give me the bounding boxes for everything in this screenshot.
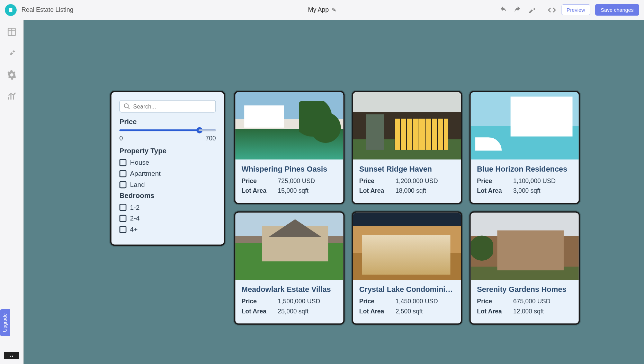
brush-icon[interactable] — [6, 48, 17, 59]
listing-title: Serenity Gardens Homes — [477, 285, 572, 294]
listing-card[interactable]: Whispering Pines OasisPrice725,000 USDLo… — [234, 91, 345, 204]
price-heading: Price — [119, 118, 216, 126]
lot-value: 2,500 sqft — [395, 307, 423, 314]
divider — [542, 6, 542, 15]
left-rail: Upgrade ▸◂ — [0, 20, 24, 364]
listing-title: Blue Horizon Residences — [477, 165, 572, 174]
listings-grid: Whispering Pines OasisPrice725,000 USDLo… — [234, 91, 580, 325]
price-value: 1,450,000 USD — [395, 298, 438, 305]
app-name: My App — [308, 6, 329, 14]
checkbox-icon — [119, 215, 126, 222]
app-name-wrap: My App ✎ — [308, 6, 336, 14]
listing-title: Sunset Ridge Haven — [359, 165, 455, 174]
code-icon[interactable] — [547, 5, 557, 15]
price-label: Price — [359, 177, 396, 184]
svg-rect-0 — [9, 8, 12, 12]
bedrooms-label: 4+ — [130, 226, 138, 233]
listing-body: Serenity Gardens HomesPrice675,000 USDLo… — [471, 280, 579, 323]
checkbox-icon — [119, 170, 126, 177]
svg-line-8 — [128, 107, 129, 109]
price-value: 725,000 USD — [278, 177, 315, 184]
listing-card[interactable]: Sunset Ridge HavenPrice1,200,000 USDLot … — [352, 91, 463, 204]
board: Price 0 700 Property Type HouseApartment… — [110, 91, 580, 325]
listing-image — [235, 213, 343, 280]
bedrooms-option[interactable]: 1-2 — [119, 203, 216, 211]
bedrooms-option[interactable]: 2-4 — [119, 215, 216, 222]
listing-title: Crystal Lake Condominiums — [359, 285, 455, 294]
property-type-label: Land — [130, 181, 145, 188]
price-label: Price — [477, 298, 513, 305]
listing-image — [471, 213, 579, 280]
search-input[interactable] — [133, 103, 212, 110]
price-value: 1,100,000 USD — [513, 177, 555, 184]
undo-icon[interactable] — [498, 5, 508, 15]
property-type-label: House — [130, 159, 149, 166]
bottom-badge[interactable]: ▸◂ — [4, 352, 19, 359]
price-max: 700 — [206, 135, 216, 142]
search-box[interactable] — [119, 100, 216, 113]
checkbox-icon — [119, 181, 126, 188]
property-type-heading: Property Type — [119, 147, 216, 155]
lot-label: Lot Area — [477, 187, 513, 194]
svg-point-7 — [124, 104, 128, 108]
lot-label: Lot Area — [359, 307, 396, 314]
listing-body: Whispering Pines OasisPrice725,000 USDLo… — [235, 159, 343, 203]
price-slider-labels: 0 700 — [119, 135, 216, 142]
checkbox-icon — [119, 226, 126, 233]
save-button[interactable]: Save changes — [595, 4, 639, 16]
bedrooms-option[interactable]: 4+ — [119, 226, 216, 233]
bedrooms-label: 2-4 — [130, 215, 140, 222]
brand-logo[interactable] — [5, 4, 17, 16]
listing-image — [471, 92, 579, 159]
price-value: 1,200,000 USD — [395, 177, 438, 184]
property-type-option[interactable]: House — [119, 159, 216, 166]
price-slider-thumb[interactable] — [197, 127, 203, 133]
price-label: Price — [242, 177, 278, 184]
lot-label: Lot Area — [242, 187, 278, 194]
hammer-icon[interactable] — [527, 5, 537, 15]
search-icon — [123, 103, 130, 110]
lot-value: 18,000 sqft — [395, 187, 426, 194]
price-value: 1,500,000 USD — [278, 298, 320, 305]
listing-title: Whispering Pines Oasis — [242, 165, 337, 174]
price-min: 0 — [119, 135, 123, 142]
lot-value: 3,000 sqft — [513, 187, 540, 194]
price-label: Price — [242, 298, 278, 305]
listing-title: Meadowlark Estate Villas — [242, 285, 337, 294]
canvas[interactable]: Price 0 700 Property Type HouseApartment… — [24, 20, 644, 364]
price-value: 675,000 USD — [513, 298, 550, 305]
edit-icon[interactable]: ✎ — [332, 7, 336, 13]
lot-label: Lot Area — [477, 307, 513, 314]
preview-button[interactable]: Preview — [562, 5, 590, 15]
listing-image — [353, 92, 461, 159]
listing-card[interactable]: Crystal Lake CondominiumsPrice1,450,000 … — [352, 211, 463, 325]
table-icon[interactable] — [6, 26, 17, 37]
listing-card[interactable]: Blue Horizon ResidencesPrice1,100,000 US… — [469, 91, 580, 204]
page-title: Real Estate Listing — [21, 6, 73, 14]
listing-image — [353, 213, 461, 280]
top-right-actions: Preview Save changes — [498, 4, 639, 16]
bedrooms-label: 1-2 — [130, 203, 140, 211]
upgrade-button[interactable]: Upgrade — [0, 309, 10, 336]
listing-body: Meadowlark Estate VillasPrice1,500,000 U… — [235, 280, 343, 323]
price-slider[interactable] — [119, 129, 216, 131]
property-type-option[interactable]: Apartment — [119, 170, 216, 177]
listing-card[interactable]: Meadowlark Estate VillasPrice1,500,000 U… — [234, 211, 345, 325]
filter-panel: Price 0 700 Property Type HouseApartment… — [110, 91, 225, 246]
property-type-option[interactable]: Land — [119, 181, 216, 188]
settings-icon[interactable] — [6, 69, 17, 80]
analytics-icon[interactable] — [6, 91, 17, 102]
checkbox-icon — [119, 159, 126, 166]
lot-value: 12,000 sqft — [513, 307, 544, 314]
bedrooms-heading: Bedrooms — [119, 192, 216, 200]
listing-body: Blue Horizon ResidencesPrice1,100,000 US… — [471, 159, 579, 203]
lot-label: Lot Area — [242, 307, 278, 314]
listing-body: Crystal Lake CondominiumsPrice1,450,000 … — [353, 280, 461, 323]
redo-icon[interactable] — [513, 5, 522, 15]
listing-card[interactable]: Serenity Gardens HomesPrice675,000 USDLo… — [469, 211, 580, 325]
lot-value: 15,000 sqft — [278, 187, 308, 194]
listing-image — [235, 92, 343, 159]
lot-label: Lot Area — [359, 187, 396, 194]
price-label: Price — [477, 177, 513, 184]
listing-body: Sunset Ridge HavenPrice1,200,000 USDLot … — [353, 159, 461, 203]
